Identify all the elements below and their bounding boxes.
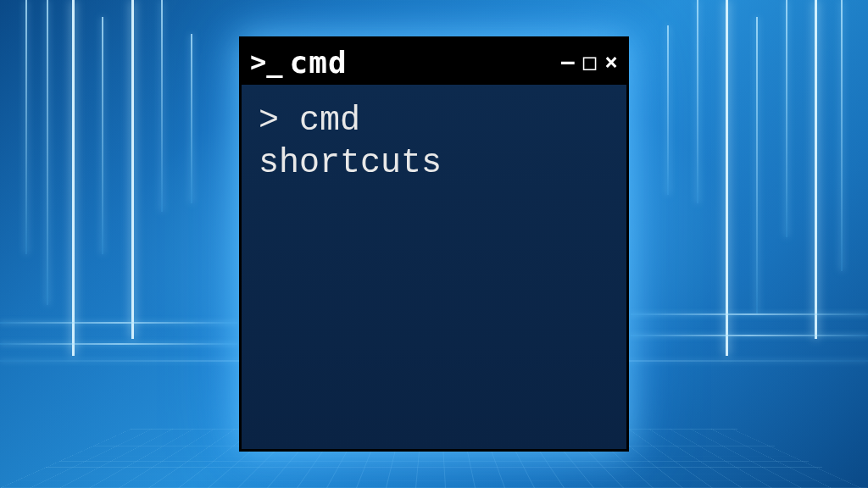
command-text-2: shortcuts [259, 144, 442, 182]
command-line-1: > cmd [259, 100, 609, 142]
window-controls: — □ × [561, 51, 618, 73]
terminal-prompt-icon: >_ [250, 46, 283, 78]
command-text-1: cmd [299, 102, 360, 140]
close-button[interactable]: × [604, 51, 618, 73]
window-title: cmd [290, 45, 555, 80]
minimize-button[interactable]: — [561, 51, 575, 73]
terminal-window: >_ cmd — □ × > cmd shortcuts [239, 36, 629, 452]
terminal-body[interactable]: > cmd shortcuts [242, 85, 626, 449]
maximize-button[interactable]: □ [583, 51, 597, 73]
prompt-symbol: > [259, 102, 299, 140]
titlebar[interactable]: >_ cmd — □ × [242, 39, 626, 85]
command-line-2: shortcuts [259, 142, 609, 185]
